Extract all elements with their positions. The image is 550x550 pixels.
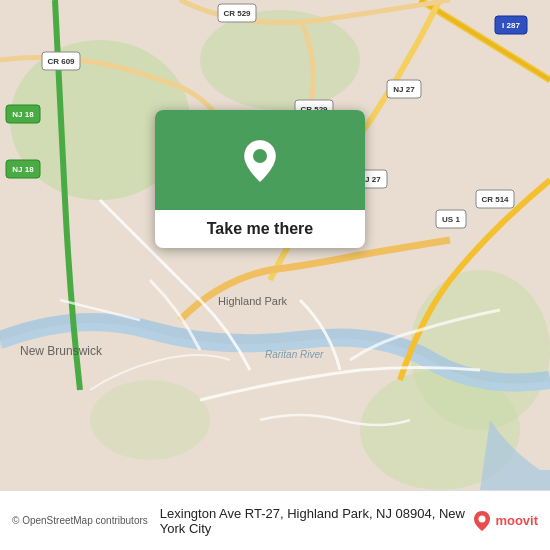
svg-text:NJ 27: NJ 27 <box>393 85 415 94</box>
popup-header <box>155 110 365 210</box>
location-popup[interactable]: Take me there <box>155 110 365 248</box>
map-container: CR 529 CR 529 NJ 27 NJ 27 NJ 18 NJ 18 CR… <box>0 0 550 490</box>
svg-point-29 <box>253 149 267 163</box>
moovit-label: moovit <box>495 513 538 528</box>
moovit-logo: moovit <box>473 510 538 532</box>
svg-text:CR 609: CR 609 <box>47 57 75 66</box>
svg-text:CR 529: CR 529 <box>223 9 251 18</box>
svg-point-2 <box>200 10 360 110</box>
svg-text:Highland Park: Highland Park <box>218 295 288 307</box>
svg-point-30 <box>479 515 486 522</box>
svg-text:NJ 18: NJ 18 <box>12 110 34 119</box>
svg-text:Raritan River: Raritan River <box>265 349 324 360</box>
svg-text:New Brunswick: New Brunswick <box>20 344 103 358</box>
take-me-there-button[interactable]: Take me there <box>155 210 365 248</box>
map-pin-icon <box>242 138 278 182</box>
svg-text:NJ 18: NJ 18 <box>12 165 34 174</box>
svg-point-5 <box>90 380 210 460</box>
bottom-bar: © OpenStreetMap contributors Lexington A… <box>0 490 550 550</box>
moovit-pin-icon <box>473 510 491 532</box>
svg-text:I 287: I 287 <box>502 21 520 30</box>
svg-text:CR 514: CR 514 <box>481 195 509 204</box>
address-text: Lexington Ave RT-27, Highland Park, NJ 0… <box>156 506 466 536</box>
svg-text:US 1: US 1 <box>442 215 460 224</box>
copyright-text: © OpenStreetMap contributors <box>12 515 148 526</box>
